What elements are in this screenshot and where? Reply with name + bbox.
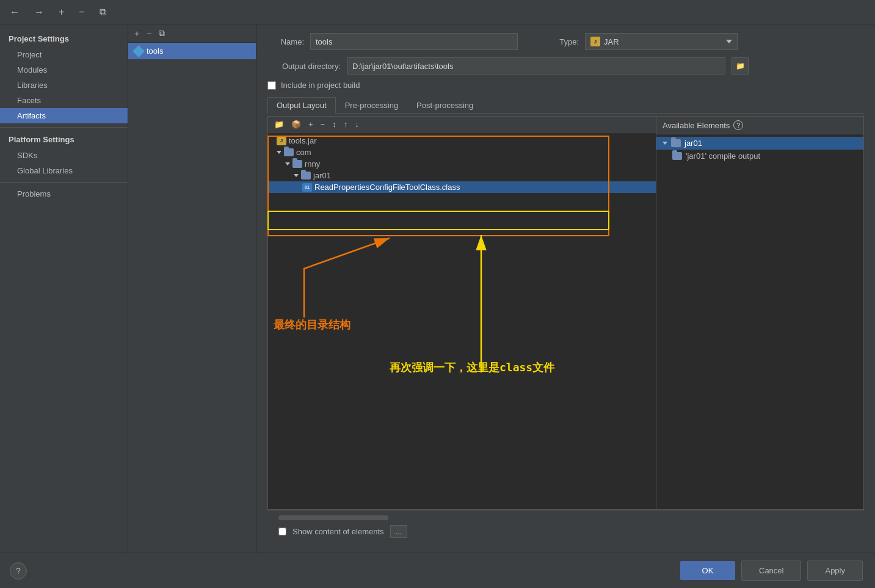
- footer: ? OK Cancel Apply: [0, 553, 875, 588]
- triangle-down-avail: [663, 142, 667, 145]
- forward-button[interactable]: →: [31, 5, 48, 19]
- project-settings-title: Project Settings: [0, 31, 128, 47]
- folder-icon-com: [284, 148, 294, 156]
- add-artifact-button[interactable]: +: [55, 5, 68, 19]
- avail-compile-output-label: 'jar01' compile output: [686, 151, 760, 161]
- sidebar-item-sdks[interactable]: SDKs: [0, 148, 128, 163]
- platform-settings-title: Platform Settings: [0, 131, 128, 148]
- back-button[interactable]: ←: [6, 5, 23, 19]
- show-content-row: Show content of elements ...: [278, 525, 853, 538]
- output-layout-area: 📁 📦 + − ↕ ↑ ↓: [267, 116, 864, 510]
- sidebar-item-global-libraries[interactable]: Global Libraries: [0, 163, 128, 178]
- class-file-label: ReadPropertiesConfigFileToolClass.class: [314, 183, 460, 192]
- artifact-list-panel: + − ⧉ tools: [128, 24, 256, 553]
- avail-jar01-label: jar01: [684, 139, 702, 148]
- jar-icon: J: [277, 137, 286, 145]
- available-header: Available Elements ?: [656, 117, 863, 134]
- available-item-jar01[interactable]: jar01: [656, 137, 863, 150]
- sidebar-item-project[interactable]: Project: [0, 47, 128, 62]
- name-type-row: Name: Type: J JAR: [267, 33, 864, 50]
- include-build-label: Include in project build: [281, 81, 360, 90]
- ok-button[interactable]: OK: [680, 561, 735, 580]
- tree-content: J tools.jar com rnny: [268, 132, 656, 509]
- type-dropdown-icon: [726, 40, 732, 43]
- show-content-label: Show content of elements: [292, 527, 384, 536]
- artifact-list-item-tools[interactable]: tools: [128, 43, 256, 59]
- tree-item-class-file[interactable]: 01 ReadPropertiesConfigFileToolClass.cla…: [268, 181, 656, 193]
- com-label: com: [296, 148, 311, 157]
- sidebar-item-libraries[interactable]: Libraries: [0, 78, 128, 93]
- sidebar-item-modules[interactable]: Modules: [0, 62, 128, 78]
- tree-item-tools-jar[interactable]: J tools.jar: [268, 135, 656, 147]
- output-dir-input[interactable]: [347, 57, 725, 74]
- available-item-compile-output[interactable]: 'jar01' compile output: [656, 150, 863, 162]
- tabs-bar: Output Layout Pre-processing Post-proces…: [267, 97, 864, 114]
- tree-item-jar01-folder[interactable]: jar01: [268, 170, 656, 181]
- tree-sort-button[interactable]: ↕: [330, 118, 339, 130]
- tree-up-button[interactable]: ↑: [341, 118, 350, 130]
- tab-output-layout[interactable]: Output Layout: [267, 97, 336, 114]
- name-input[interactable]: [310, 33, 518, 50]
- jar01-folder-label: jar01: [313, 171, 331, 180]
- sidebar-item-facets[interactable]: Facets: [0, 93, 128, 108]
- tree-remove-button[interactable]: −: [318, 118, 328, 130]
- tree-add-dir-button[interactable]: 📁: [272, 118, 286, 130]
- detail-panel: Name: Type: J JAR Output directory: 📁: [256, 24, 875, 553]
- available-panel: Available Elements ? jar01 ': [656, 116, 864, 510]
- sort-icon: ↕: [332, 120, 336, 129]
- remove-item-button[interactable]: −: [144, 27, 154, 40]
- available-elements-label: Available Elements: [663, 121, 730, 130]
- type-select[interactable]: J JAR: [585, 33, 738, 50]
- type-value: JAR: [604, 37, 619, 46]
- tree-panel: 📁 📦 + − ↕ ↑ ↓: [267, 116, 656, 510]
- tree-item-rnny[interactable]: rnny: [268, 158, 656, 170]
- remove-artifact-button[interactable]: −: [75, 5, 88, 19]
- sidebar-item-artifacts[interactable]: Artifacts: [0, 108, 128, 123]
- add-item-button[interactable]: +: [132, 27, 142, 40]
- browse-icon: 📁: [736, 62, 745, 70]
- include-build-row: Include in project build: [267, 81, 864, 90]
- scrollbar-thumb[interactable]: [278, 515, 388, 520]
- content-split: + − ⧉ tools Name: Type: J JAR: [128, 24, 875, 553]
- tab-pre-processing[interactable]: Pre-processing: [336, 97, 407, 113]
- artifact-item-label: tools: [147, 46, 163, 56]
- sidebar: Project Settings Project Modules Librari…: [0, 24, 128, 553]
- tools-gem-icon: [133, 45, 145, 57]
- triangle-down-rnny: [285, 162, 290, 165]
- output-dir-label: Output directory:: [267, 62, 341, 71]
- top-toolbar: ← → + − ⧉: [0, 0, 875, 24]
- triangle-down-com: [277, 151, 281, 154]
- class-file-icon: 01: [302, 183, 312, 192]
- main-layout: Project Settings Project Modules Librari…: [0, 24, 875, 553]
- tree-add-jar-button[interactable]: 📦: [289, 118, 303, 130]
- folder-icon-rnny: [292, 160, 302, 168]
- tree-toolbar: 📁 📦 + − ↕ ↑ ↓: [268, 117, 656, 132]
- tree-down-button[interactable]: ↓: [352, 118, 361, 130]
- tree-item-com[interactable]: com: [268, 147, 656, 158]
- output-dir-row: Output directory: 📁: [267, 57, 864, 74]
- dots-button[interactable]: ...: [390, 525, 408, 538]
- cancel-button[interactable]: Cancel: [741, 561, 801, 581]
- browse-button[interactable]: 📁: [732, 57, 749, 74]
- folder-icon-avail-compile: [672, 152, 682, 160]
- help-circle-icon[interactable]: ?: [733, 120, 743, 130]
- add-jar-icon: 📦: [291, 120, 301, 129]
- apply-button[interactable]: Apply: [807, 561, 863, 581]
- copy-artifact-button[interactable]: ⧉: [96, 5, 110, 19]
- include-build-checkbox[interactable]: [267, 81, 276, 90]
- folder-icon-avail-jar01: [671, 139, 681, 147]
- tree-add-button[interactable]: +: [306, 118, 316, 130]
- tab-post-processing[interactable]: Post-processing: [407, 97, 482, 113]
- add-dir-icon: 📁: [274, 120, 284, 129]
- jar-type-icon: J: [590, 37, 600, 46]
- show-content-checkbox[interactable]: [278, 528, 286, 535]
- help-button[interactable]: ?: [10, 562, 27, 579]
- available-content: jar01 'jar01' compile output: [656, 134, 863, 509]
- sidebar-divider-2: [0, 182, 128, 183]
- copy-item-button[interactable]: ⧉: [156, 27, 167, 40]
- name-label: Name:: [267, 37, 304, 46]
- artifact-list-toolbar: + − ⧉: [128, 24, 256, 43]
- sidebar-item-problems[interactable]: Problems: [0, 186, 128, 201]
- rnny-label: rnny: [305, 159, 320, 169]
- sidebar-divider: [0, 127, 128, 128]
